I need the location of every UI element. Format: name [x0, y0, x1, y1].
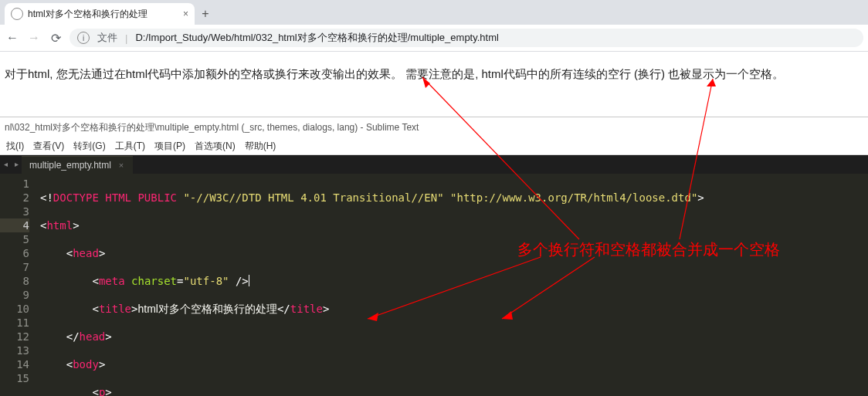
- menu-goto[interactable]: 转到(G): [70, 140, 108, 153]
- separator: |: [125, 32, 127, 44]
- sublime-tabbar: ◂ ▸ multiple_empty.html ×: [0, 155, 868, 174]
- page-content: 对于html, 您无法通过在html代码中添加额外的空格或换行来改变输出的效果。…: [0, 52, 868, 118]
- page-paragraph: 对于html, 您无法通过在html代码中添加额外的空格或换行来改变输出的效果。…: [5, 67, 784, 80]
- menu-find[interactable]: 找(I): [3, 140, 27, 153]
- editor-tab-label: multiple_empty.html: [29, 160, 111, 171]
- url-scheme-label: 文件: [97, 31, 117, 45]
- tab-scroll-right-icon[interactable]: ▸: [11, 155, 22, 174]
- menu-view[interactable]: 查看(V): [30, 140, 67, 153]
- editor-tab[interactable]: multiple_empty.html ×: [22, 156, 133, 174]
- browser-tab-active[interactable]: html对多个空格和换行的处理 ×: [5, 3, 195, 25]
- close-icon[interactable]: ×: [183, 8, 188, 19]
- browser-toolbar: ← → ⟳ i 文件 | D:/Import_Study/Web/html/03…: [0, 25, 868, 52]
- close-icon[interactable]: ×: [119, 161, 124, 170]
- info-icon[interactable]: i: [77, 32, 90, 44]
- sublime-menubar[interactable]: 找(I) 查看(V) 转到(G) 工具(T) 项目(P) 首选项(N) 帮助(H…: [0, 137, 868, 155]
- sublime-window: nl\032_html对多个空格和换行的处理\multiple_empty.ht…: [0, 117, 868, 396]
- reload-button[interactable]: ⟳: [48, 31, 63, 46]
- back-button[interactable]: ←: [5, 31, 20, 45]
- new-tab-button[interactable]: +: [195, 3, 216, 25]
- globe-icon: [11, 8, 23, 20]
- menu-tools[interactable]: 工具(T): [112, 140, 148, 153]
- menu-project[interactable]: 项目(P): [151, 140, 188, 153]
- sublime-titlebar: nl\032_html对多个空格和换行的处理\multiple_empty.ht…: [0, 117, 868, 137]
- tab-title: html对多个空格和换行的处理: [28, 8, 178, 21]
- url-path: D:/Import_Study/Web/html/032_html对多个空格和换…: [135, 31, 499, 45]
- text-cursor: [249, 275, 249, 286]
- line-gutter: 123456789101112131415: [0, 174, 36, 396]
- forward-button: →: [26, 31, 42, 45]
- browser-tabstrip: html对多个空格和换行的处理 × +: [0, 0, 868, 25]
- address-bar[interactable]: i 文件 | D:/Import_Study/Web/html/032_html…: [70, 29, 863, 47]
- menu-help[interactable]: 帮助(H): [242, 140, 280, 153]
- code-editor[interactable]: 123456789101112131415 <!DOCTYPE HTML PUB…: [0, 174, 868, 396]
- tab-scroll-left-icon[interactable]: ◂: [0, 155, 11, 174]
- code-area[interactable]: <!DOCTYPE HTML PUBLIC "-//W3C//DTD HTML …: [36, 174, 868, 396]
- menu-prefs[interactable]: 首选项(N): [192, 140, 239, 153]
